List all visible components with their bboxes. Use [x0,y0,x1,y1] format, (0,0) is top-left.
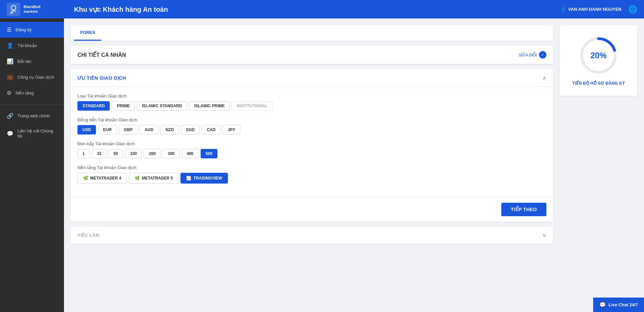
progress-percent: 20% [590,51,607,60]
uu-tien-card: ƯU TIÊN GIAO DỊCH ∧ Loại Tài khoản Giao … [71,69,553,222]
chi-tiet-title: CHI TIẾT CÁ NHÂN [77,52,126,58]
user-icon: 👤 [561,7,566,12]
uu-tien-body: Loại Tài khoản Giao dịch STANDARD PRIME … [71,87,553,197]
nen-tang-label: Nền tảng Tài khoản Giao dịch [77,165,546,170]
btn-prime[interactable]: PRIME [112,101,135,111]
top-header: BB BlackBull markets Khu vực Khách hàng … [0,0,644,18]
sidebar-label-cong-cu: Công cụ Giao dịch [18,75,54,80]
progress-card: 20% TIẾN ĐỘ HỒ SƠ ĐĂNG KÝ [560,25,637,96]
nen-tang-row: Nền tảng Tài khoản Giao dịch 🌿 METATRADE… [77,165,546,184]
main-content: FOREX CHI TIẾT CÁ NHÂN SỬA ĐỔI ✓ ƯU TIÊN… [71,25,553,305]
svg-point-0 [11,5,16,10]
dong-tien-group: USD EUR GBP AUD NZD SGD CAD JPY [77,125,546,134]
sidebar-label-trang-web: Trang web chính [18,113,50,118]
btn-1x[interactable]: 1 [77,149,90,158]
nen-tang-icon: ⚙ [7,90,11,96]
right-panel: 20% TIẾN ĐỘ HỒ SƠ ĐĂNG KÝ [560,25,637,305]
chi-tiet-card: CHI TIẾT CÁ NHÂN SỬA ĐỔI ✓ [71,46,553,64]
live-chat-label: Live Chat 24/7 [609,302,638,307]
trang-web-icon: 🔗 [7,113,13,119]
btn-mt4[interactable]: 🌿 METATRADER 4 [77,173,127,184]
sidebar-item-cong-cu-giao-dich[interactable]: 💼 Công cụ Giao dịch [0,69,64,85]
btn-400x[interactable]: 400 [182,149,199,158]
btn-50x[interactable]: 50 [108,149,123,158]
sidebar-label-nen-tang: Nền tảng [15,90,34,95]
btn-sgd[interactable]: SGD [181,125,200,134]
mt5-label: METATRADER 5 [142,176,173,181]
edit-label: SỬA ĐỔI [519,52,537,57]
btn-500x[interactable]: 500 [201,149,217,158]
chat-icon: 💬 [599,302,606,308]
edit-link[interactable]: SỬA ĐỔI ✓ [519,51,546,58]
sidebar-label-doi-tac: Đối tác [18,59,31,64]
sidebar-item-doi-tac[interactable]: 📊 Đối tác [0,53,64,69]
btn-mt5[interactable]: 🌿 METATRADER 5 [129,173,178,184]
tab-forex[interactable]: FOREX [74,25,101,41]
uu-tien-title: ƯU TIÊN GIAO DỊCH [77,75,126,81]
main-layout: ☰ Đăng ký 👤 Tài khoản 📊 Đối tác 💼 Công c… [0,18,644,312]
btn-100x[interactable]: 100 [125,149,142,158]
sidebar-label-lien-he: Liên hệ với Chúng tôi [18,128,57,139]
cong-cu-icon: 💼 [7,74,13,80]
chi-tiet-header: CHI TIẾT CÁ NHÂN SỬA ĐỔI ✓ [71,46,553,64]
loai-tk-group: STANDARD PRIME ISLAMIC STANDARD ISLAMIC … [77,101,546,111]
mt4-icon: 🌿 [83,176,88,181]
edit-check-icon: ✓ [539,51,546,58]
mt5-icon: 🌿 [135,176,140,181]
sidebar: ☰ Đăng ký 👤 Tài khoản 📊 Đối tác 💼 Công c… [0,18,64,312]
live-chat-button[interactable]: 💬 Live Chat 24/7 [593,298,644,312]
viec-lam-title: VIỆC LÀM [77,233,99,238]
header-title: Khu vực Khách hàng An toàn [74,5,561,13]
sidebar-label-tai-khoan: Tài khoản [18,43,37,48]
lien-he-icon: 💬 [7,130,13,137]
btn-gbp[interactable]: GBP [119,125,138,134]
btn-institutional[interactable]: INSTITUTIONAL [232,101,272,111]
don-bay-group: 1 33 50 100 200 300 400 500 [77,149,546,158]
header-right: 👤 VAN ANH DANH NGUYEN 🌐 [561,5,637,14]
btn-tradingview[interactable]: 📈 TRADINGVIEW [180,173,228,184]
tai-khoan-icon: 👤 [7,42,13,49]
progress-circle: 20% [578,35,619,76]
nen-tang-group: 🌿 METATRADER 4 🌿 METATRADER 5 📈 TRADINGV… [77,173,546,184]
btn-eur[interactable]: EUR [98,125,116,134]
sidebar-item-lien-he[interactable]: 💬 Liên hệ với Chúng tôi [0,124,64,143]
chevron-down-icon: ∨ [542,232,546,238]
viec-lam-header[interactable]: VIỆC LÀM ∨ [71,227,553,244]
logo-icon: BB [7,3,20,16]
card-footer: TIẾP THEO [71,197,553,222]
sidebar-label-dang-ky: Đăng ký [15,27,32,32]
logo-text-line2: markets [24,9,40,14]
globe-icon[interactable]: 🌐 [628,5,637,14]
don-bay-label: Đòn bẩy Tài khoản Giao dịch [77,141,546,146]
user-info: 👤 VAN ANH DANH NGUYEN [561,7,621,12]
dong-tien-row: Đồng tiền Tài khoản Giao dịch USD EUR GB… [77,117,546,134]
tv-icon: 📈 [186,176,191,181]
sidebar-divider [0,104,64,105]
svg-text:BB: BB [10,12,13,14]
btn-islamic-standard[interactable]: ISLAMIC STANDARD [137,101,187,111]
btn-standard[interactable]: STANDARD [77,101,110,111]
loai-tk-label: Loại Tài khoản Giao dịch [77,93,546,99]
sidebar-item-dang-ky[interactable]: ☰ Đăng ký [0,22,64,38]
logo-area: BB BlackBull markets [7,3,67,16]
btn-islamic-prime[interactable]: ISLAMIC PRIME [189,101,230,111]
btn-jpy[interactable]: JPY [223,125,240,134]
don-bay-row: Đòn bẩy Tài khoản Giao dịch 1 33 50 100 … [77,141,546,158]
sidebar-item-trang-web-chinh[interactable]: 🔗 Trang web chính [0,108,64,124]
sidebar-item-tai-khoan[interactable]: 👤 Tài khoản [0,38,64,53]
loai-tk-row: Loại Tài khoản Giao dịch STANDARD PRIME … [77,93,546,111]
user-name: VAN ANH DANH NGUYEN [568,7,621,12]
btn-aud[interactable]: AUD [140,125,159,134]
tiep-theo-button[interactable]: TIẾP THEO [501,203,546,216]
tab-bar: FOREX [71,25,553,41]
sidebar-item-nen-tang[interactable]: ⚙ Nền tảng [0,85,64,101]
viec-lam-card: VIỆC LÀM ∨ [71,227,553,244]
btn-33x[interactable]: 33 [92,149,106,158]
btn-usd[interactable]: USD [77,125,96,134]
btn-nzd[interactable]: NZD [161,125,179,134]
btn-300x[interactable]: 300 [163,149,179,158]
btn-cad[interactable]: CAD [202,125,221,134]
btn-200x[interactable]: 200 [144,149,161,158]
uu-tien-header[interactable]: ƯU TIÊN GIAO DỊCH ∧ [71,69,553,87]
dong-tien-label: Đồng tiền Tài khoản Giao dịch [77,117,546,122]
